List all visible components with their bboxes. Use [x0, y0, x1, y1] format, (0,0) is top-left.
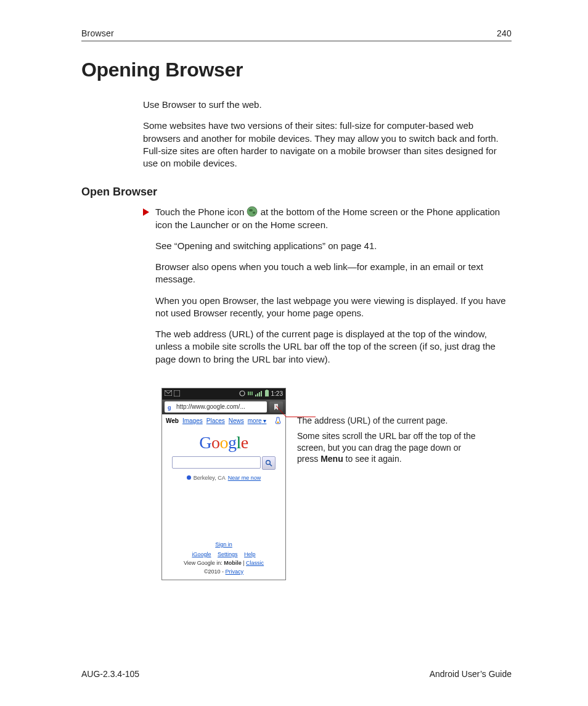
svg-point-2 — [253, 211, 256, 214]
svg-point-1 — [249, 209, 253, 211]
phone-screenshot: 1:23 g http://www.google.com/... Web Ima… — [161, 388, 286, 580]
copyright-row: ©2010 - Privacy — [162, 568, 285, 575]
figure-annotations: The address (URL) of the current page. S… — [297, 415, 482, 469]
tab-places[interactable]: Places — [206, 417, 225, 424]
see-reference: See “Opening and switching applications”… — [155, 240, 512, 252]
annotation-text: Some sites scroll the URL bar off the to… — [297, 430, 482, 466]
settings-link[interactable]: Settings — [218, 551, 238, 557]
search-input[interactable] — [172, 456, 261, 469]
location-city: Berkeley, CA — [194, 475, 226, 481]
battery-icon — [264, 390, 269, 398]
intro-paragraph: Some websites have two versions of their… — [143, 120, 512, 170]
google-nav-tabs: Web Images Places News more ▾ — [162, 414, 285, 427]
tab-web[interactable]: Web — [166, 417, 179, 424]
page-number: 240 — [497, 28, 512, 38]
privacy-link[interactable]: Privacy — [226, 568, 244, 575]
view-mode-row: View Google in: Mobile | Classic — [162, 560, 285, 566]
instruction-bullet: Touch the Phone icon at the bottom of th… — [143, 206, 512, 374]
copyright-text: ©2010 - — [204, 568, 226, 575]
mail-icon — [165, 390, 172, 397]
svg-line-17 — [270, 464, 272, 466]
chapter-name: Browser — [81, 28, 114, 38]
sync-icon — [239, 390, 245, 398]
url-bar[interactable]: g http://www.google.com/... — [165, 401, 267, 413]
google-logo: Google — [162, 433, 285, 453]
bullet-paragraph: Touch the Phone icon at the bottom of th… — [155, 206, 512, 231]
body-paragraph: The web address (URL) of the current pag… — [155, 328, 512, 366]
phone-status-bar: 1:23 — [162, 388, 285, 400]
tab-images[interactable]: Images — [182, 417, 203, 424]
svg-rect-10 — [261, 391, 262, 396]
classic-mode-link[interactable]: Classic — [246, 560, 264, 566]
view-label: View Google in: — [184, 560, 224, 566]
labs-icon — [274, 417, 282, 425]
intro-block: Use Browser to surf the web. Some websit… — [143, 99, 512, 170]
status-time: 1:23 — [271, 390, 283, 397]
data-icon — [247, 390, 253, 398]
signal-icon — [255, 390, 263, 398]
url-bar-row: g http://www.google.com/... — [162, 400, 285, 414]
svg-point-6 — [240, 391, 245, 396]
triangle-bullet-icon — [143, 208, 149, 216]
svg-rect-11 — [265, 390, 269, 396]
location-dot-icon — [187, 475, 191, 480]
svg-point-16 — [266, 460, 271, 464]
favicon-icon: g — [167, 403, 174, 411]
tab-news[interactable]: News — [229, 417, 244, 424]
bookmark-button[interactable] — [269, 401, 283, 413]
doc-title: Android User’s Guide — [430, 669, 512, 679]
bullet-text-pre: Touch the Phone icon — [155, 207, 247, 217]
svg-rect-9 — [259, 392, 260, 396]
doc-id: AUG-2.3.4-105 — [81, 669, 139, 679]
app-icon — [174, 390, 180, 398]
search-row — [162, 456, 285, 474]
section-heading: Open Browser — [81, 186, 512, 199]
svg-rect-7 — [255, 395, 256, 396]
phone-page-footer: Sign in iGoogle Settings Help View Googl… — [162, 541, 285, 580]
search-button[interactable] — [262, 456, 276, 470]
svg-rect-5 — [174, 390, 180, 396]
url-text: http://www.google.com/... — [176, 403, 245, 410]
near-me-link[interactable]: Near me now — [228, 475, 261, 481]
figure-with-annotations: 1:23 g http://www.google.com/... Web Ima… — [161, 388, 512, 580]
sign-in-link[interactable]: Sign in — [162, 541, 285, 548]
header-rule — [81, 41, 512, 41]
document-page: Browser 240 Opening Browser Use Browser … — [0, 0, 588, 706]
svg-point-15 — [277, 421, 279, 423]
svg-text:g: g — [168, 404, 171, 411]
mobile-mode[interactable]: Mobile — [224, 560, 242, 566]
globe-icon — [247, 206, 258, 217]
svg-rect-8 — [257, 393, 258, 396]
running-header: Browser 240 — [81, 28, 512, 38]
annotation-text: The address (URL) of the current page. — [297, 415, 482, 427]
igoogle-link[interactable]: iGoogle — [192, 551, 211, 557]
location-row: Berkeley, CA Near me now — [162, 474, 285, 486]
page-title: Opening Browser — [81, 59, 512, 81]
annotation-bold: Menu — [321, 454, 343, 464]
tab-more[interactable]: more ▾ — [248, 417, 267, 424]
running-footer: AUG-2.3.4-105 Android User’s Guide — [81, 669, 512, 679]
annotation-post: to see it again. — [343, 454, 402, 464]
body-paragraph: When you open Browser, the last webpage … — [155, 295, 512, 320]
svg-rect-12 — [266, 390, 267, 391]
body-paragraph: Browser also opens when you touch a web … — [155, 261, 512, 286]
intro-paragraph: Use Browser to surf the web. — [143, 99, 512, 111]
help-link[interactable]: Help — [244, 551, 256, 557]
